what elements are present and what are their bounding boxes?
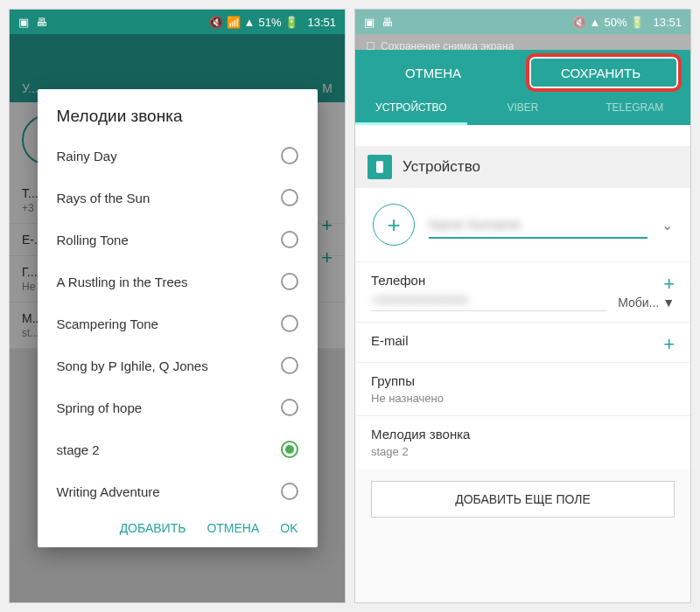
radio-icon[interactable]	[281, 273, 298, 290]
ringtone-field[interactable]: Мелодия звонка stage 2	[355, 415, 690, 469]
clock: 13:51	[653, 16, 682, 29]
add-button[interactable]: ДОБАВИТЬ	[120, 521, 186, 535]
ringtone-item-label: Spring of hope	[57, 400, 281, 415]
action-bar: ОТМЕНА СОХРАНИТЬ УСТРОЙСТВО VIBER TELEGR…	[355, 50, 690, 125]
radio-icon[interactable]	[281, 399, 298, 416]
device-header-label: Устройство	[402, 158, 480, 176]
ringtone-value: stage 2	[371, 445, 675, 458]
radio-icon[interactable]	[281, 357, 298, 374]
radio-icon[interactable]	[281, 483, 298, 500]
add-field-button[interactable]: ДОБАВИТЬ ЕЩЕ ПОЛЕ	[371, 481, 675, 518]
add-email-button[interactable]: +	[663, 333, 675, 356]
svg-rect-0	[376, 161, 383, 172]
dialog-overlay[interactable]: Мелодии звонка Rainy DayRays of the SunR…	[10, 34, 345, 602]
email-field: E-mail +	[355, 322, 690, 362]
mute-icon: 🔇	[572, 16, 586, 29]
print-icon: 🖶	[382, 16, 393, 29]
add-phone-button[interactable]: +	[663, 273, 675, 296]
device-section-header: Устройство	[355, 146, 690, 188]
groups-label: Группы	[371, 373, 675, 388]
phone-label: Телефон	[371, 273, 675, 288]
groups-field[interactable]: Группы Не назначено	[355, 362, 690, 415]
ringtone-item[interactable]: Writing Adventure	[38, 470, 318, 512]
battery-label: 50%	[604, 16, 626, 29]
ringtone-list: Rainy DayRays of the SunRolling ToneA Ru…	[38, 135, 318, 512]
ringtone-item-label: Writing Adventure	[57, 484, 281, 499]
groups-value: Не назначено	[371, 392, 675, 405]
cancel-button[interactable]: ОТМЕНА	[206, 521, 259, 535]
chevron-down-icon[interactable]: ⌄	[662, 217, 673, 233]
ringtone-item[interactable]: Scampering Tone	[38, 303, 318, 344]
phone-input[interactable]: +XXXXXXXXXXX	[371, 293, 607, 311]
ringtone-item-label: Rainy Day	[57, 149, 281, 163]
battery-icon: 🔋	[630, 16, 644, 29]
phone-field: Телефон + +XXXXXXXXXXX Моби... ▼	[355, 261, 690, 322]
email-label: E-mail	[371, 333, 675, 348]
name-input[interactable]: Name Surname	[429, 212, 648, 239]
ringtone-item-label: Rolling Tone	[57, 233, 281, 247]
phone-left-screenshot: ▣ 🖶 🔇 📶 ▲ 51% 🔋 13:51 У... M Т...+3+ E-	[9, 9, 346, 603]
ringtone-item[interactable]: Song by P Ighile, Q Jones	[38, 344, 318, 386]
ringtone-item[interactable]: stage 2	[38, 428, 318, 470]
battery-label: 51%	[258, 16, 281, 29]
ringtone-item-label: Rays of the Sun	[57, 191, 281, 205]
save-highlight-annotation	[526, 53, 682, 92]
tabs-row: УСТРОЙСТВО VIBER TELEGRAM	[355, 93, 690, 125]
contact-form: Устройство + Name Surname ⌄ Телефон + +X…	[355, 146, 690, 602]
ringtone-item[interactable]: Rainy Day	[38, 135, 318, 177]
print-icon: 🖶	[36, 16, 47, 29]
clock: 13:51	[307, 16, 336, 29]
radio-icon[interactable]	[281, 231, 298, 248]
status-bar: ▣ 🖶 🔇 ▲ 50% 🔋 13:51	[355, 10, 690, 34]
ringtone-item[interactable]: Rolling Tone	[38, 219, 318, 261]
battery-icon: 🔋	[284, 16, 298, 29]
mute-icon: 🔇	[209, 16, 223, 29]
ringtone-item[interactable]: Spring of hope	[38, 386, 318, 428]
radio-icon[interactable]	[281, 189, 298, 206]
status-bar: ▣ 🖶 🔇 📶 ▲ 51% 🔋 13:51	[10, 10, 345, 34]
screenshot-icon: ▣	[18, 16, 29, 29]
tab-device[interactable]: УСТРОЙСТВО	[355, 93, 467, 125]
radio-icon[interactable]	[281, 147, 298, 164]
radio-icon[interactable]	[281, 315, 298, 332]
ringtone-item-label: A Rustling in the Trees	[57, 275, 281, 289]
ok-button[interactable]: OK	[280, 521, 298, 535]
ringtone-item[interactable]: Rays of the Sun	[38, 177, 318, 219]
radio-icon[interactable]	[281, 441, 298, 458]
dialog-title: Мелодии звонка	[38, 107, 318, 135]
ringtone-dialog: Мелодии звонка Rainy DayRays of the SunR…	[38, 89, 318, 547]
wifi-icon: 📶	[227, 16, 241, 29]
ringtone-label: Мелодия звонка	[371, 427, 675, 442]
cancel-button[interactable]: ОТМЕНА	[405, 66, 461, 80]
phone-right-screenshot: ▣ 🖶 🔇 ▲ 50% 🔋 13:51 ☐ Сохранение снимка …	[354, 9, 691, 603]
signal-icon: ▲	[590, 16, 601, 29]
device-icon	[368, 155, 392, 179]
ringtone-item-label: Scampering Tone	[57, 316, 281, 331]
screenshot-icon: ▣	[364, 16, 374, 29]
dialog-button-row: ДОБАВИТЬ ОТМЕНА OK	[38, 512, 318, 539]
ringtone-item-label: stage 2	[57, 442, 281, 457]
ringtone-item-label: Song by P Ighile, Q Jones	[57, 358, 281, 373]
tab-telegram[interactable]: TELEGRAM	[578, 93, 690, 125]
ringtone-item[interactable]: A Rustling in the Trees	[38, 261, 318, 303]
tab-viber[interactable]: VIBER	[467, 93, 579, 125]
signal-icon: ▲	[244, 16, 256, 29]
phone-type-dropdown[interactable]: Моби... ▼	[618, 296, 675, 309]
name-row: + Name Surname ⌄	[355, 188, 690, 261]
add-photo-button[interactable]: +	[373, 204, 415, 246]
